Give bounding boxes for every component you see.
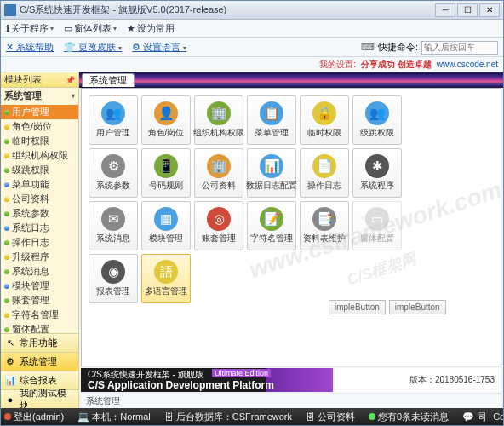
- tile-1[interactable]: 👤角色/岗位: [141, 95, 191, 145]
- sidebar-item-12[interactable]: 模块管理: [1, 279, 78, 293]
- tile-0[interactable]: 👥用户管理: [89, 95, 138, 145]
- sidebar-item-14[interactable]: 字符名管理: [1, 308, 78, 322]
- tile-label: 数据日志配置: [246, 180, 297, 192]
- tile-label: 公司资料: [202, 180, 236, 192]
- bullet-icon: [4, 269, 9, 274]
- maximize-button[interactable]: ☐: [457, 3, 478, 17]
- sidebar-item-15[interactable]: 窗体配置: [1, 322, 78, 333]
- tile-label: 报表管理: [96, 285, 130, 297]
- tile-8[interactable]: 🏢公司资料: [194, 148, 243, 198]
- status-dbname: 🗄 公司资料: [306, 411, 355, 423]
- quicksearch-input[interactable]: [421, 41, 498, 55]
- sidebar-section-3[interactable]: ●我的测试模块: [1, 389, 78, 408]
- sidebar-item-label: 菜单功能: [12, 178, 49, 191]
- tile-icon: 📑: [312, 207, 336, 231]
- link-help[interactable]: ✕ 系统帮助: [6, 41, 54, 54]
- sidebar-tree: 用户管理角色/岗位临时权限组织机构权限级跳权限菜单功能公司资料系统参数系统日志操…: [1, 104, 78, 333]
- tile-12[interactable]: ✉系统消息: [89, 201, 138, 250]
- tile-11[interactable]: ✱系统程序: [352, 148, 402, 198]
- menu-windows[interactable]: ▭ 窗体列表 ▾: [64, 22, 117, 35]
- sidebar-item-0[interactable]: 用户管理: [1, 105, 78, 119]
- simple-button-1[interactable]: impleButton: [329, 300, 386, 314]
- tile-label: 角色/岗位: [148, 127, 185, 139]
- bullet-icon: [4, 226, 9, 231]
- tile-2[interactable]: 🏢组织机构权限: [194, 95, 243, 145]
- sidebar-section-1[interactable]: ⚙系统管理: [1, 352, 78, 371]
- breadcrumb: 系统管理: [81, 394, 501, 408]
- sidebar-item-label: 模块管理: [12, 279, 49, 292]
- bullet-icon: [4, 110, 9, 115]
- sidebar-item-8[interactable]: 系统日志: [1, 221, 78, 235]
- link-lang[interactable]: ⚙ 设置语言 ▾: [132, 41, 186, 54]
- simple-button-2[interactable]: impleButton: [389, 300, 446, 314]
- tile-5[interactable]: 👥级跳权限: [352, 95, 402, 145]
- sidebar-group[interactable]: 系统管理▾: [1, 88, 78, 104]
- tile-label: 模块管理: [149, 233, 183, 245]
- tile-3[interactable]: 📋菜单管理: [247, 95, 296, 145]
- tile-label: 多语言管理: [145, 285, 187, 297]
- menu-about[interactable]: ℹ 关于程序 ▾: [6, 22, 54, 35]
- sidebar-item-10[interactable]: 升级程序: [1, 250, 78, 264]
- menu-favorite[interactable]: ★ 设为常用: [127, 22, 175, 35]
- bullet-icon: [4, 153, 9, 158]
- copyright: Copyrights 2006-2018 C/S框架网版权所有: [493, 411, 503, 423]
- tile-16[interactable]: 📑资料表维护: [300, 201, 349, 250]
- status-msg[interactable]: 您有0条未读消息: [369, 411, 449, 423]
- tile-icon: 📝: [260, 207, 284, 231]
- tile-label: 操作日志: [307, 180, 341, 192]
- tab-system[interactable]: 系统管理: [82, 73, 135, 87]
- sidebar-item-4[interactable]: 级跳权限: [1, 163, 78, 177]
- watermark: cscode.net: [132, 360, 259, 366]
- pin-icon[interactable]: 📌: [66, 76, 75, 84]
- minimize-button[interactable]: ─: [435, 3, 455, 17]
- close-button[interactable]: ✕: [479, 3, 500, 17]
- titlebar: C/S系统快速开发框架 - 旗舰版V5.0(2017-release) ─ ☐ …: [1, 1, 503, 20]
- status-sync[interactable]: 💬 同: [462, 411, 486, 423]
- link-skin[interactable]: 👕 更改皮肤 ▾: [64, 41, 122, 54]
- bullet-icon: [4, 168, 9, 173]
- tile-label: 临时权限: [307, 127, 341, 139]
- sidebar-item-label: 账套管理: [12, 294, 49, 307]
- tile-17[interactable]: ▭窗体配置: [352, 201, 402, 250]
- tile-icon: ▭: [365, 207, 389, 231]
- sidebar-item-3[interactable]: 组织机构权限: [1, 148, 78, 163]
- sidebar-item-6[interactable]: 公司资料: [1, 192, 78, 206]
- sidebar-header: 模块列表📌: [1, 72, 78, 88]
- tile-label: 账套管理: [202, 233, 236, 245]
- tile-15[interactable]: 📝字符名管理: [247, 201, 296, 250]
- sidebar-item-13[interactable]: 账套管理: [1, 293, 78, 308]
- statusbar: 登出(admin) 💻 本机：Normal 🗄 后台数据库：CSFramewor…: [1, 408, 503, 425]
- tile-7[interactable]: 📱号码规则: [141, 148, 191, 198]
- tile-18[interactable]: ◉报表管理: [89, 254, 138, 303]
- brand-url[interactable]: www.cscode.net: [437, 60, 498, 69]
- bullet-icon: [4, 211, 9, 216]
- sidebar-item-7[interactable]: 系统参数: [1, 206, 78, 221]
- section-icon: ●: [4, 394, 16, 406]
- tile-14[interactable]: ◎账套管理: [194, 201, 243, 250]
- tile-label: 用户管理: [96, 127, 130, 139]
- tile-4[interactable]: 🔒临时权限: [300, 95, 349, 145]
- sidebar-section-0[interactable]: ↖常用功能: [1, 333, 78, 352]
- main-area: 系统管理 👥用户管理👤角色/岗位🏢组织机构权限📋菜单管理🔒临时权限👥级跳权限⚙系…: [79, 72, 503, 408]
- banner: C/S系统快速开发框架 - 旗舰版 Ultimate Edition C/S A…: [81, 368, 501, 392]
- sidebar-item-2[interactable]: 临时权限: [1, 134, 78, 148]
- brand-settings[interactable]: 我的设置:: [319, 59, 356, 71]
- status-user[interactable]: 登出(admin): [4, 411, 64, 423]
- tile-label: 系统消息: [96, 233, 130, 245]
- section-icon: 📊: [4, 375, 16, 387]
- tile-13[interactable]: ▦模块管理: [141, 201, 191, 250]
- tile-icon: 🏢: [207, 101, 231, 125]
- menubar: ℹ 关于程序 ▾ ▭ 窗体列表 ▾ ★ 设为常用: [1, 20, 503, 38]
- tile-6[interactable]: ⚙系统参数: [89, 148, 138, 198]
- sidebar-item-9[interactable]: 操作日志: [1, 235, 78, 250]
- tile-10[interactable]: 📄操作日志: [300, 148, 349, 198]
- tile-19[interactable]: 語多语言管理: [141, 254, 191, 303]
- tile-9[interactable]: 📊数据日志配置: [247, 148, 296, 198]
- status-db: 🗄 后台数据库：CSFramework: [164, 411, 292, 423]
- sidebar-item-1[interactable]: 角色/岗位: [1, 119, 78, 134]
- tile-label: 组织机构权限: [193, 127, 244, 139]
- tile-label: 系统参数: [96, 180, 130, 192]
- sidebar-item-5[interactable]: 菜单功能: [1, 177, 78, 192]
- sidebar-item-11[interactable]: 系统消息: [1, 264, 78, 279]
- bullet-icon: [4, 298, 9, 303]
